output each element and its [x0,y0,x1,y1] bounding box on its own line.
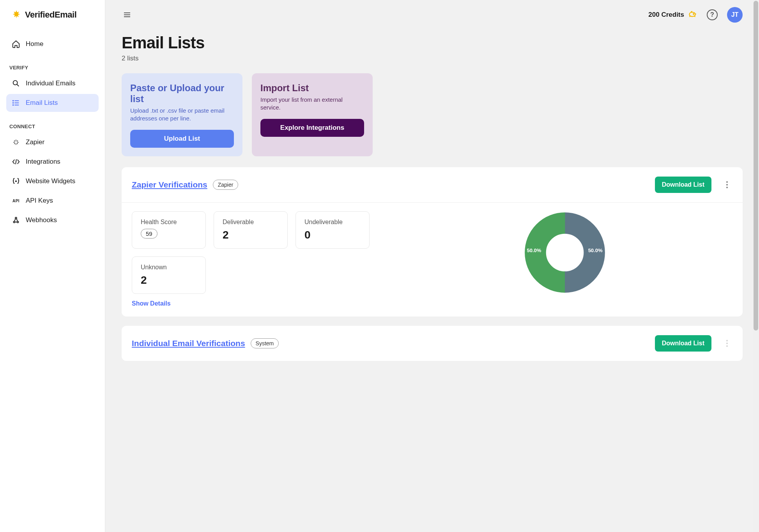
nav-home[interactable]: Home [6,35,99,53]
webhook-icon [12,216,20,224]
svg-point-9 [13,221,15,223]
explore-integrations-button[interactable]: Explore Integrations [260,119,364,137]
more-menu-button[interactable] [722,338,732,349]
upload-title: Paste or Upload your list [130,83,234,104]
list-card: Individual Email Verifications System Do… [122,326,743,361]
nav-widgets[interactable]: Website Widgets [6,172,99,190]
piggy-icon [687,10,697,20]
stat-unknown-value: 2 [141,274,197,286]
import-card: Import List Import your list from an ext… [252,73,373,156]
svg-point-11 [15,217,17,219]
svg-point-4 [13,101,14,101]
stat-health-value: 59 [141,229,157,239]
stat-deliverable: Deliverable 2 [214,211,288,249]
nav-email-lists[interactable]: Email Lists [6,94,99,112]
stat-undeliverable-label: Undeliverable [304,219,361,226]
nav-api-label: API Keys [26,197,53,205]
braces-icon [12,177,20,186]
nav-zapier[interactable]: Zapier [6,133,99,151]
list-name-link[interactable]: Zapier Verifications [132,180,207,189]
topbar: 200 Credits ? JT [105,0,759,23]
nav-zapier-label: Zapier [26,138,44,146]
page-subtitle: 2 lists [122,55,743,62]
nav-webhooks[interactable]: Webhooks [6,211,99,229]
stat-health-label: Health Score [141,219,197,226]
credits-text: 200 Credits [648,11,684,19]
show-details-link[interactable]: Show Details [132,300,171,307]
list-tag: System [251,338,279,348]
brand-name: VerifiedEmail [25,10,76,20]
home-icon [12,40,20,48]
magnify-icon [12,79,20,88]
help-icon[interactable]: ? [707,9,718,20]
svg-point-15 [693,14,694,14]
nav-webhooks-label: Webhooks [26,216,57,224]
sidebar: VerifiedEmail Home VERIFY Individual Ema… [0,0,105,532]
more-menu-button[interactable] [722,179,732,190]
code-icon [12,157,20,166]
hamburger-icon[interactable] [122,9,133,20]
nav-home-label: Home [26,40,43,48]
stat-undeliverable-value: 0 [304,229,361,241]
nav-widgets-label: Website Widgets [26,177,75,185]
list-card: Zapier Verifications Zapier Download Lis… [122,167,743,316]
upload-desc: Upload .txt or .csv file or paste email … [130,107,234,123]
list-tag: Zapier [213,180,239,190]
stat-deliverable-value: 2 [223,229,279,241]
page-title: Email Lists [122,34,743,52]
main-area: 200 Credits ? JT Email Lists 2 lists Pas… [105,0,759,532]
nav-individual-label: Individual Emails [26,80,76,87]
svg-point-6 [13,105,14,106]
svg-point-0 [13,81,18,85]
section-connect-label: CONNECT [9,124,99,129]
stat-health: Health Score 59 [132,211,206,249]
download-list-button[interactable]: Download List [655,335,711,352]
stat-undeliverable: Undeliverable 0 [295,211,370,249]
nav-individual-emails[interactable]: Individual Emails [6,74,99,92]
nav-api-keys[interactable]: API API Keys [6,192,99,210]
svg-line-7 [16,159,16,164]
stat-deliverable-label: Deliverable [223,219,279,226]
svg-point-5 [13,103,14,103]
avatar[interactable]: JT [727,7,743,23]
section-verify-label: VERIFY [9,65,99,71]
stat-unknown: Unknown 2 [132,256,206,294]
import-title: Import List [260,83,364,94]
download-list-button[interactable]: Download List [655,177,711,193]
upload-card: Paste or Upload your list Upload .txt or… [122,73,242,156]
zapier-icon [12,138,20,147]
api-icon: API [12,196,20,205]
donut-label-left: 50.0% [527,247,541,253]
brand-logo[interactable]: VerifiedEmail [6,9,99,20]
donut-chart: 50.0% 50.0% [397,211,732,294]
upload-list-button[interactable]: Upload List [130,130,234,148]
stat-unknown-label: Unknown [141,264,197,271]
nav-integrations-label: Integrations [26,158,60,166]
list-name-link[interactable]: Individual Email Verifications [132,339,245,348]
svg-point-10 [17,221,19,223]
svg-point-8 [16,181,16,182]
credits-display[interactable]: 200 Credits [648,10,697,20]
scrollbar[interactable] [753,0,759,532]
scrollbar-thumb[interactable] [754,1,758,331]
import-desc: Import your list from an external servic… [260,96,364,112]
nav-integrations[interactable]: Integrations [6,153,99,171]
donut-label-right: 50.0% [588,247,603,253]
list-icon [12,99,20,107]
logo-mark-icon [11,9,22,20]
nav-email-lists-label: Email Lists [26,99,58,107]
